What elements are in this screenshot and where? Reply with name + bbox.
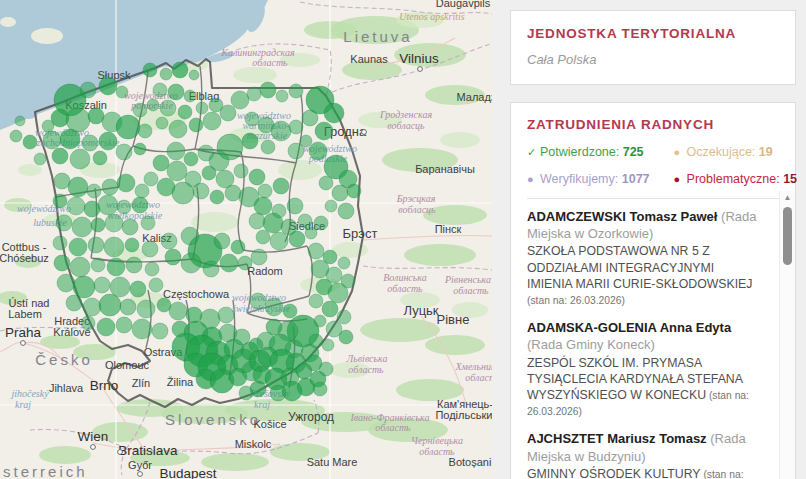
svg-text:Vilnius: Vilnius	[399, 51, 439, 66]
svg-text:Žilina: Žilina	[167, 376, 194, 388]
svg-text:область: область	[252, 57, 288, 68]
svg-text:Brno: Brno	[90, 378, 119, 393]
svg-text:Miskolc: Miskolc	[235, 438, 272, 450]
svg-text:Praha: Praha	[5, 325, 42, 340]
stat-weryfikujemy: ●Weryfikujemy: 1077	[527, 172, 650, 186]
svg-text:jihočeský: jihočeský	[9, 388, 49, 399]
svg-text:область: область	[465, 372, 492, 383]
svg-text:область: область	[387, 283, 423, 294]
svg-text:Satu Mare: Satu Mare	[307, 456, 358, 468]
employment-entry[interactable]: ADAMSKA-GOLENIA Anna Edyta (Rada Gminy K…	[527, 319, 759, 419]
svg-text:вобласць: вобласць	[387, 120, 425, 131]
svg-text:Хмельниць: Хмельниць	[454, 361, 492, 372]
employments-title: ZATRUDNIENIA RADNYCH	[527, 117, 779, 132]
bornholm-island	[31, 28, 63, 44]
svg-text:kraj: kraj	[254, 399, 270, 410]
svg-text:Botoșani: Botoșani	[449, 456, 492, 468]
svg-text:Луцьк: Луцьк	[403, 303, 438, 318]
stat-potwierdzone: ✓Potwierdzone: 725	[527, 145, 650, 159]
svg-text:Košice: Košice	[253, 418, 286, 430]
territorial-unit-card: JEDNOSTKA TERYTORIALNA Cała Polska	[510, 10, 796, 85]
stats-grid: ✓Potwierdzone: 725●Oczekujące: 19●Weryfi…	[527, 145, 779, 186]
svg-text:Česko: Česko	[35, 351, 93, 368]
svg-text:Daugavpils: Daugavpils	[436, 0, 491, 9]
scroll-up-icon[interactable]: ▲	[780, 193, 795, 202]
svg-text:область: область	[375, 422, 411, 433]
svg-text:Чернівецька: Чернівецька	[411, 435, 463, 446]
employment-entry[interactable]: ADAMCZEWSKI Tomasz Paweł (Rada Miejska w…	[527, 208, 759, 308]
svg-text:область: область	[453, 285, 489, 296]
svg-text:вобласць: вобласць	[398, 204, 436, 215]
app-window: DaugavpilsUtenos apskritisLietuvaKaunasV…	[0, 0, 806, 479]
side-panel: JEDNOSTKA TERYTORIALNA Cała Polska ZATRU…	[492, 0, 806, 479]
small-island	[0, 17, 16, 27]
svg-text:Баранавічы: Баранавічы	[415, 163, 475, 175]
svg-text:Рівненська: Рівненська	[444, 274, 491, 285]
list-scrollbar[interactable]: ▲	[779, 191, 795, 479]
svg-text:Гродзенская: Гродзенская	[379, 109, 433, 120]
svg-text:Utenos apskritis: Utenos apskritis	[399, 11, 464, 22]
svg-text:Slovensko: Slovensko	[165, 411, 261, 428]
svg-text:Győr: Győr	[128, 459, 152, 471]
svg-text:Radom: Radom	[247, 265, 282, 277]
territorial-unit-title: JEDNOSTKA TERYTORIALNA	[527, 26, 779, 41]
svg-text:Zlín: Zlín	[132, 377, 150, 389]
svg-text:Волинська: Волинська	[383, 272, 427, 283]
svg-text:Wien: Wien	[78, 429, 109, 444]
employment-entry[interactable]: AJCHSZTET Mariusz Tomasz (Rada Miejska w…	[527, 430, 759, 479]
stat-oczekujace: ●Oczekujące: 19	[674, 145, 797, 159]
employments-card: ZATRUDNIENIA RADNYCH ✓Potwierdzone: 725●…	[510, 102, 796, 479]
svg-text:Jihlava: Jihlava	[49, 382, 84, 394]
svg-text:Bratislava: Bratislava	[118, 443, 178, 458]
svg-text:Lietuva: Lietuva	[343, 28, 412, 45]
svg-text:Częstochowa: Częstochowa	[163, 288, 230, 300]
svg-text:kraj: kraj	[15, 399, 31, 410]
scrollbar-thumb[interactable]	[783, 207, 792, 265]
employment-list[interactable]: ADAMCZEWSKI Tomasz Paweł (Rada Miejska w…	[511, 199, 795, 479]
poland-bubble-map: DaugavpilsUtenos apskritisLietuvaKaunasV…	[0, 0, 492, 479]
svg-text:Olomouc: Olomouc	[105, 359, 150, 371]
svg-text:Подільський: Подільський	[435, 409, 492, 421]
map-pane[interactable]: DaugavpilsUtenos apskritisLietuvaKaunasV…	[0, 0, 492, 479]
svg-text:Österreich: Österreich	[0, 463, 88, 479]
svg-text:Labem: Labem	[8, 308, 42, 320]
svg-text:Ужгород: Ужгород	[288, 410, 334, 424]
svg-text:Budapest: Budapest	[159, 466, 216, 479]
svg-text:Брэсцкая: Брэсцкая	[396, 193, 436, 204]
svg-text:Львівська: Львівська	[345, 353, 387, 364]
svg-text:Chóśebuz: Chóśebuz	[0, 252, 49, 264]
svg-text:Маладзечна: Маладзечна	[457, 91, 492, 103]
territorial-unit-value: Cała Polska	[527, 52, 779, 67]
svg-text:Kaunas: Kaunas	[350, 53, 388, 65]
svg-text:Брэст: Брэст	[343, 226, 378, 241]
svg-text:область: область	[348, 364, 384, 375]
svg-text:Пінск: Пінск	[435, 223, 462, 235]
svg-text:Рівне: Рівне	[437, 312, 470, 327]
stat-problematyczne: ●Problematyczne: 15	[674, 172, 797, 186]
